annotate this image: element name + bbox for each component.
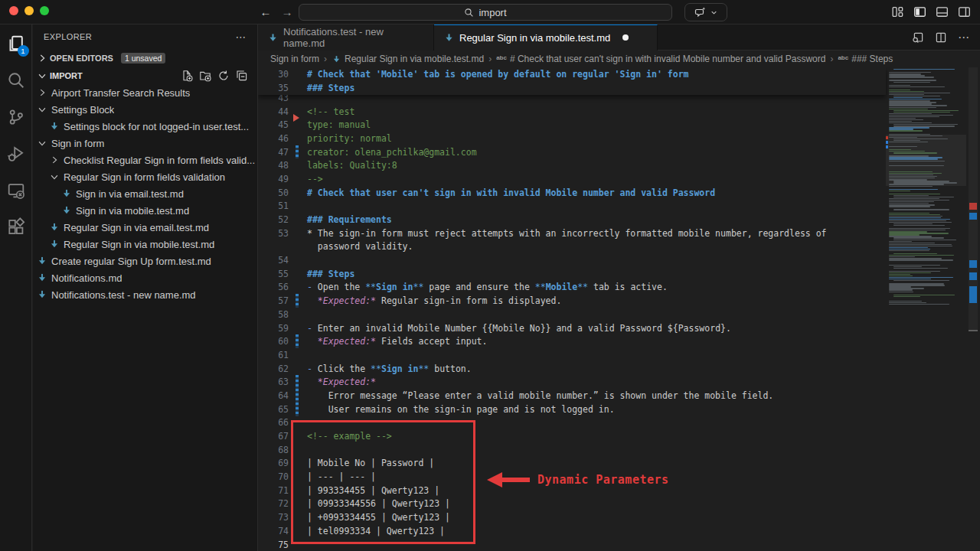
window-minimize-button[interactable] [24,6,34,15]
code-line[interactable]: 47creator: olena_pchilka@gmail.com [258,145,886,159]
tree-file-create-regular-sign-up-form-test-md[interactable]: Create regular Sign Up form.test.md [33,253,257,269]
tree-item-label: Checklist Regular Sign in form fields va… [64,155,255,166]
activity-bar-item-run-and-debug[interactable] [2,139,30,168]
import-section-header[interactable]: IMPORT [33,67,257,84]
overview-ruler[interactable] [966,67,980,551]
code-line[interactable]: 58 [258,308,886,321]
split-editor-icon[interactable] [935,31,947,44]
code-line[interactable]: 52### Requirements [258,213,886,227]
tree-file-notifications-test-new-name-md[interactable]: Notifications.test - new name.md [33,286,257,303]
breadcrumb-item[interactable]: Sign in form [270,54,319,64]
breadcrumb-item[interactable]: ### Steps [851,54,893,64]
toggle-panel-icon[interactable] [936,5,949,18]
code-line[interactable]: 60 *Expected:* Fields accept input. [258,334,886,348]
tree-folder-airport-transfer-search-results[interactable]: Airport Transfer Search Results [33,84,257,101]
collapse-all-icon[interactable] [236,70,248,82]
tree-file-regular-sign-in-via-email-test-md[interactable]: Regular Sign in via email.test.md [33,219,257,236]
line-number: 73 [258,512,289,523]
code-line[interactable]: 61 [258,348,886,362]
tree-file-settings-block-for-not-logged-in-user-test[interactable]: Settings block for not logged-in user.te… [33,118,257,135]
tree-file-sign-in-via-mobile-test-md[interactable]: Sign in via mobile.test.md [33,202,257,219]
chat-sparkle-icon [694,6,707,18]
code-line[interactable]: 30# Check that 'Mobile' tab is opened by… [258,67,886,81]
ruler-blue-marker [969,260,977,268]
tree-folder-regular-sign-in-form-fields-validation[interactable]: Regular Sign in form fields validation [33,168,257,185]
copilot-chat-button[interactable] [684,3,727,21]
markdown-file-icon [60,188,73,199]
unsaved-dot-icon[interactable] [622,34,629,41]
toggle-primary-sidebar-icon[interactable] [913,5,926,18]
code-line[interactable]: 65 User remains on the sign-in page and … [258,403,886,416]
code-line[interactable]: 54 [258,253,886,267]
tab-label: Regular Sign in via mobile.test.md [459,32,610,44]
tree-item-label: Regular Sign in via mobile.test.md [64,239,214,250]
line-number: 75 [258,540,289,550]
tab-notifications-test[interactable]: Notifications.test - new name.md [258,24,434,51]
line-number: 60 [258,336,289,347]
tree-file-notifications-md[interactable]: Notifications.md [33,269,257,286]
customize-layout-icon[interactable] [891,5,904,18]
minimap-line [889,113,932,114]
minimap-line [889,107,936,108]
nav-forward-button[interactable]: → [279,4,296,21]
window-close-button[interactable] [9,6,18,15]
gutter-modified-marker [296,294,299,308]
code-line[interactable]: 51 [258,200,886,214]
source-control-icon [7,108,25,126]
minimap-line [889,115,953,116]
code-line[interactable]: 35### Steps [258,81,886,95]
new-folder-icon[interactable] [199,70,211,82]
code-line[interactable]: 55### Steps [258,267,886,281]
tree-item-label: Sign in form [51,138,104,149]
tree-file-sign-in-via-email-test-md[interactable]: Sign in via email.test.md [33,185,257,202]
nav-back-button[interactable]: ← [257,4,274,21]
explorer-more-actions-icon[interactable]: ⋯ [236,31,247,43]
sticky-scroll[interactable]: 30# Check that 'Mobile' tab is opened by… [258,67,886,95]
code-line[interactable]: 50# Check that user can't sign in with i… [258,186,886,200]
explorer-sidebar: EXPLORER ⋯ OPEN EDITORS 1 unsaved IMPORT [33,24,258,551]
code-line[interactable]: 46priority: normal [258,132,886,145]
new-file-icon[interactable] [181,70,193,82]
code-line[interactable]: 53* The sign-in form must reject attempt… [258,227,886,240]
editor-more-actions-icon[interactable]: ⋯ [958,31,969,44]
code-line[interactable]: 48labels: Quality:8 [258,158,886,172]
ruler-blue-marker [969,213,977,220]
minimap[interactable] [886,67,966,551]
minimap-line [889,186,933,187]
activity-bar-item-extensions[interactable] [2,213,30,242]
activity-bar-item-source-control[interactable] [2,103,30,132]
open-preview-icon[interactable] [912,31,924,44]
code-line[interactable]: 44<!-- test [258,105,886,119]
gutter-modified-marker [296,403,299,416]
breadcrumb-separator: › [487,54,493,64]
command-center-search[interactable]: import [299,4,672,21]
breadcrumb-item[interactable]: Regular Sign in via mobile.test.md [345,54,484,64]
breadcrumb-item[interactable]: # Check that user can't sign in with inv… [510,54,826,64]
code-line[interactable]: 59- Enter an invalid Mobile Number {{Mob… [258,321,886,335]
code-line[interactable]: 57 *Expected:* Regular sign-in form is d… [258,294,886,308]
minimap-line [889,241,912,242]
activity-bar-item-remote-explorer[interactable] [2,176,30,205]
code-line[interactable]: 56- Open the **Sign in** page and ensure… [258,281,886,295]
code-line[interactable]: 45type: manual [258,118,886,132]
code-line[interactable]: password validity. [258,240,886,254]
toggle-secondary-sidebar-icon[interactable] [958,5,971,18]
code-line[interactable]: 62- Click the **Sign in** button. [258,362,886,376]
tree-folder-settings-block[interactable]: Settings Block [33,101,257,118]
tree-file-regular-sign-in-via-mobile-test-md[interactable]: Regular Sign in via mobile.test.md [33,236,257,253]
activity-bar-item-search[interactable] [2,66,30,95]
code-line[interactable]: 63 *Expected:* [258,375,886,389]
refresh-icon[interactable] [217,70,230,82]
activity-bar-item-explorer[interactable]: 1 [2,29,30,58]
title-bar: ← → import [0,0,980,24]
tab-regular-sign-in-mobile[interactable]: Regular Sign in via mobile.test.md [434,24,658,51]
line-number: 62 [258,364,289,374]
code-line[interactable]: 49--> [258,172,886,186]
tree-folder-sign-in-form[interactable]: Sign in form [33,135,257,152]
open-editors-section[interactable]: OPEN EDITORS 1 unsaved [33,49,257,67]
editor-pane[interactable]: 4344<!-- test45type: manual46priority: n… [258,67,980,551]
tree-folder-checklist-regular-sign-in-form-fields-valid[interactable]: Checklist Regular Sign in form fields va… [33,152,257,168]
minimap-line [893,69,955,70]
code-line[interactable]: 64 Error message “Please enter a valid m… [258,389,886,403]
window-maximize-button[interactable] [40,6,49,15]
